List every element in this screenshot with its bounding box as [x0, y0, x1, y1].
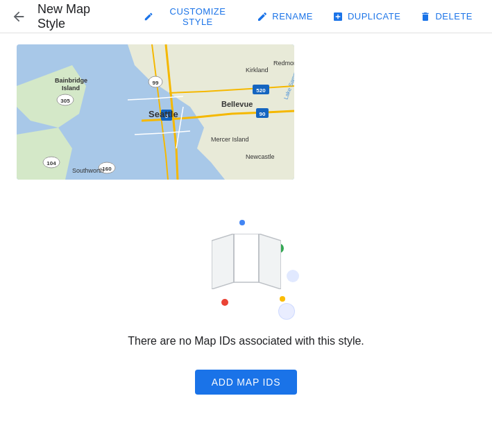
page-title: New Map Style: [37, 2, 119, 31]
svg-text:Island: Island: [62, 85, 80, 92]
customize-style-button[interactable]: CUSTOMIZE STYLE: [135, 2, 246, 31]
dot-light-circle: [278, 303, 295, 320]
svg-text:104: 104: [46, 160, 56, 166]
svg-text:Newcastle: Newcastle: [246, 153, 275, 160]
rename-label: RENAME: [272, 11, 313, 21]
svg-text:Bellevue: Bellevue: [221, 100, 253, 108]
duplicate-button[interactable]: DUPLICATE: [324, 7, 409, 26]
svg-text:Bainbridge: Bainbridge: [55, 77, 87, 84]
add-map-ids-button[interactable]: ADD MAP IDS: [195, 370, 298, 395]
svg-text:90: 90: [260, 111, 266, 117]
svg-marker-29: [234, 234, 259, 282]
back-button[interactable]: [11, 9, 26, 24]
map-icon-illustration: [177, 207, 316, 318]
main-content: 5 90 520 99 305 104 160 Bainbridge Islan…: [0, 33, 492, 422]
pencil-icon: [257, 11, 268, 22]
svg-marker-28: [212, 234, 234, 289]
dot-yellow: [280, 296, 285, 302]
svg-text:99: 99: [153, 80, 159, 86]
customize-style-label: CUSTOMIZE STYLE: [158, 6, 238, 27]
svg-text:Kirkland: Kirkland: [246, 67, 269, 74]
empty-state: There are no Map IDs associated with thi…: [17, 207, 475, 411]
dot-red: [221, 299, 228, 306]
map-image: 5 90 520 99 305 104 160 Bainbridge Islan…: [17, 44, 294, 180]
svg-text:Redmond: Redmond: [273, 60, 294, 67]
svg-text:Mercer Island: Mercer Island: [211, 136, 249, 143]
empty-message: There are no Map IDs associated with thi…: [128, 335, 364, 347]
header: New Map Style CUSTOMIZE STYLE RENAME DUP…: [0, 0, 492, 33]
header-actions: CUSTOMIZE STYLE RENAME DUPLICATE DELETE: [135, 2, 481, 31]
folded-map-icon: [212, 234, 281, 289]
rename-button[interactable]: RENAME: [248, 7, 321, 26]
pencil-ruler-icon: [144, 11, 153, 22]
svg-text:520: 520: [256, 87, 266, 94]
delete-label: DELETE: [435, 11, 473, 21]
svg-text:305: 305: [60, 98, 70, 104]
trash-icon: [420, 11, 431, 22]
svg-text:Seattle: Seattle: [149, 109, 178, 119]
svg-marker-30: [259, 234, 281, 289]
svg-text:Southworth: Southworth: [72, 167, 104, 174]
dot-blue-top: [239, 220, 245, 225]
duplicate-label: DUPLICATE: [348, 11, 401, 21]
copy-icon: [332, 11, 343, 22]
delete-button[interactable]: DELETE: [412, 7, 481, 26]
map-preview: 5 90 520 99 305 104 160 Bainbridge Islan…: [17, 44, 294, 180]
dot-light2: [287, 270, 299, 282]
